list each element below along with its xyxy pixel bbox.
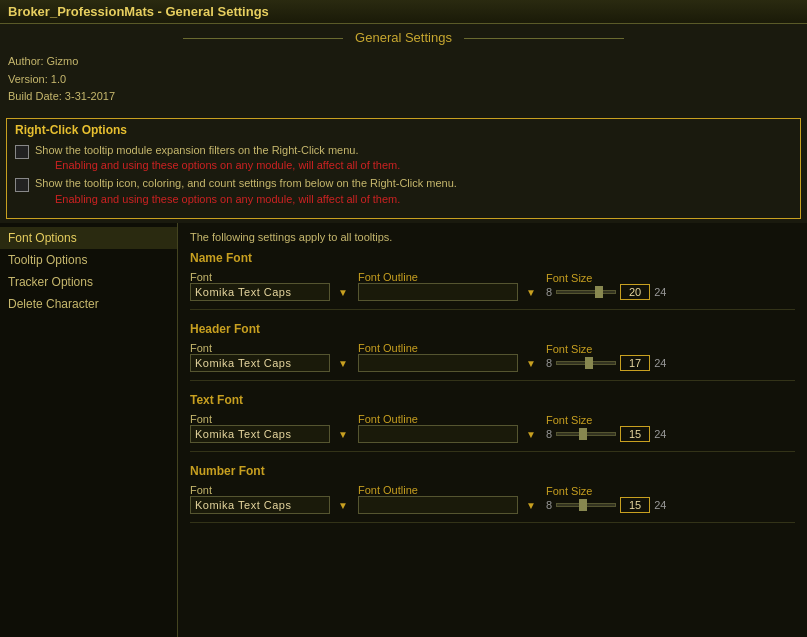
option2-warning: Enabling and using these options on any … bbox=[55, 192, 457, 206]
font-dropdown-wrapper-number-font: Komika Text Caps ▼ bbox=[190, 496, 350, 514]
size-control-header-font: 8 24 bbox=[546, 355, 666, 371]
font-label-text-font: Font bbox=[190, 413, 350, 425]
col-size-text-font: Font Size 8 24 bbox=[546, 414, 666, 442]
font-group-title-text-font: Text Font bbox=[190, 393, 795, 407]
outline-label-header-font: Font Outline bbox=[358, 342, 538, 354]
col-size-header-font: Font Size 8 24 bbox=[546, 343, 666, 371]
size-control-name-font: 8 24 bbox=[546, 284, 666, 300]
font-groups-container: Name Font Font Komika Text Caps ▼ Font O… bbox=[190, 251, 795, 523]
font-dropdown-number-font[interactable]: Komika Text Caps bbox=[190, 496, 330, 514]
outline-dropdown-arrow-name-font: ▼ bbox=[526, 287, 536, 298]
content-area[interactable]: The following settings apply to all tool… bbox=[178, 223, 807, 637]
option1-warning: Enabling and using these options on any … bbox=[55, 158, 400, 172]
size-min-name-font: 8 bbox=[546, 286, 552, 298]
col-outline-text-font: Font Outline ▼ bbox=[358, 413, 538, 443]
option2-checkbox[interactable] bbox=[15, 178, 29, 192]
main-area: Font Options Tooltip Options Tracker Opt… bbox=[0, 223, 807, 637]
font-controls-row-number-font: Font Komika Text Caps ▼ Font Outline ▼ bbox=[190, 484, 795, 514]
info-block: Author: Gizmo Version: 1.0 Build Date: 3… bbox=[0, 49, 807, 114]
size-min-text-font: 8 bbox=[546, 428, 552, 440]
content-intro: The following settings apply to all tool… bbox=[190, 231, 795, 243]
col-font-text-font: Font Komika Text Caps ▼ bbox=[190, 413, 350, 443]
size-max-header-font: 24 bbox=[654, 357, 666, 369]
font-group-header-font: Header Font Font Komika Text Caps ▼ Font… bbox=[190, 322, 795, 381]
size-label-header-font: Font Size bbox=[546, 343, 666, 355]
sidebar: Font Options Tooltip Options Tracker Opt… bbox=[0, 223, 178, 637]
size-slider-number-font[interactable] bbox=[556, 503, 616, 507]
sidebar-item-tracker-options[interactable]: Tracker Options bbox=[0, 271, 177, 293]
size-min-header-font: 8 bbox=[546, 357, 552, 369]
font-dropdown-text-font[interactable]: Komika Text Caps bbox=[190, 425, 330, 443]
outline-dropdown-text-font[interactable] bbox=[358, 425, 518, 443]
right-click-title: Right-Click Options bbox=[15, 123, 792, 137]
author-line: Author: Gizmo bbox=[8, 53, 799, 71]
size-slider-text-font[interactable] bbox=[556, 432, 616, 436]
title-bar: Broker_ProfessionMats - General Settings bbox=[0, 0, 807, 24]
col-size-number-font: Font Size 8 24 bbox=[546, 485, 666, 513]
outline-label-number-font: Font Outline bbox=[358, 484, 538, 496]
size-input-header-font[interactable] bbox=[620, 355, 650, 371]
build-date-line: Build Date: 3-31-2017 bbox=[8, 88, 799, 106]
font-dropdown-arrow-header-font: ▼ bbox=[338, 358, 348, 369]
right-click-options-section: Right-Click Options Show the tooltip mod… bbox=[6, 118, 801, 219]
size-slider-name-font[interactable] bbox=[556, 290, 616, 294]
font-dropdown-wrapper-name-font: Komika Text Caps ▼ bbox=[190, 283, 350, 301]
outline-dropdown-wrapper-header-font: ▼ bbox=[358, 354, 538, 372]
sidebar-item-font-options[interactable]: Font Options bbox=[0, 227, 177, 249]
outline-label-name-font: Font Outline bbox=[358, 271, 538, 283]
sidebar-item-tooltip-options[interactable]: Tooltip Options bbox=[0, 249, 177, 271]
size-min-number-font: 8 bbox=[546, 499, 552, 511]
size-control-number-font: 8 24 bbox=[546, 497, 666, 513]
outline-dropdown-arrow-header-font: ▼ bbox=[526, 358, 536, 369]
font-dropdown-arrow-text-font: ▼ bbox=[338, 429, 348, 440]
size-control-text-font: 8 24 bbox=[546, 426, 666, 442]
outline-dropdown-wrapper-text-font: ▼ bbox=[358, 425, 538, 443]
size-max-name-font: 24 bbox=[654, 286, 666, 298]
size-slider-header-font[interactable] bbox=[556, 361, 616, 365]
font-controls-row-header-font: Font Komika Text Caps ▼ Font Outline ▼ bbox=[190, 342, 795, 372]
font-label-header-font: Font bbox=[190, 342, 350, 354]
font-controls-row-name-font: Font Komika Text Caps ▼ Font Outline ▼ bbox=[190, 271, 795, 301]
font-group-title-name-font: Name Font bbox=[190, 251, 795, 265]
col-font-name-font: Font Komika Text Caps ▼ bbox=[190, 271, 350, 301]
size-label-name-font: Font Size bbox=[546, 272, 666, 284]
size-label-number-font: Font Size bbox=[546, 485, 666, 497]
size-max-number-font: 24 bbox=[654, 499, 666, 511]
sidebar-item-delete-character[interactable]: Delete Character bbox=[0, 293, 177, 315]
option1-label: Show the tooltip module expansion filter… bbox=[35, 143, 400, 158]
size-label-text-font: Font Size bbox=[546, 414, 666, 426]
font-group-number-font: Number Font Font Komika Text Caps ▼ Font… bbox=[190, 464, 795, 523]
outline-dropdown-arrow-text-font: ▼ bbox=[526, 429, 536, 440]
font-dropdown-header-font[interactable]: Komika Text Caps bbox=[190, 354, 330, 372]
option1-row: Show the tooltip module expansion filter… bbox=[15, 143, 792, 173]
font-label-number-font: Font bbox=[190, 484, 350, 496]
option2-row: Show the tooltip icon, coloring, and cou… bbox=[15, 176, 792, 206]
outline-dropdown-wrapper-name-font: ▼ bbox=[358, 283, 538, 301]
outline-dropdown-arrow-number-font: ▼ bbox=[526, 500, 536, 511]
font-controls-row-text-font: Font Komika Text Caps ▼ Font Outline ▼ bbox=[190, 413, 795, 443]
font-dropdown-wrapper-header-font: Komika Text Caps ▼ bbox=[190, 354, 350, 372]
col-outline-number-font: Font Outline ▼ bbox=[358, 484, 538, 514]
outline-dropdown-number-font[interactable] bbox=[358, 496, 518, 514]
option1-checkbox[interactable] bbox=[15, 145, 29, 159]
general-settings-heading: General Settings bbox=[0, 24, 807, 49]
font-group-title-number-font: Number Font bbox=[190, 464, 795, 478]
size-max-text-font: 24 bbox=[654, 428, 666, 440]
outline-dropdown-name-font[interactable] bbox=[358, 283, 518, 301]
col-font-header-font: Font Komika Text Caps ▼ bbox=[190, 342, 350, 372]
option2-label: Show the tooltip icon, coloring, and cou… bbox=[35, 176, 457, 191]
window-title: Broker_ProfessionMats - General Settings bbox=[8, 4, 269, 19]
version-line: Version: 1.0 bbox=[8, 71, 799, 89]
font-dropdown-arrow-number-font: ▼ bbox=[338, 500, 348, 511]
outline-dropdown-header-font[interactable] bbox=[358, 354, 518, 372]
font-group-title-header-font: Header Font bbox=[190, 322, 795, 336]
font-group-text-font: Text Font Font Komika Text Caps ▼ Font O… bbox=[190, 393, 795, 452]
font-dropdown-name-font[interactable]: Komika Text Caps bbox=[190, 283, 330, 301]
col-outline-header-font: Font Outline ▼ bbox=[358, 342, 538, 372]
size-input-number-font[interactable] bbox=[620, 497, 650, 513]
font-dropdown-arrow-name-font: ▼ bbox=[338, 287, 348, 298]
col-font-number-font: Font Komika Text Caps ▼ bbox=[190, 484, 350, 514]
size-input-name-font[interactable] bbox=[620, 284, 650, 300]
size-input-text-font[interactable] bbox=[620, 426, 650, 442]
col-outline-name-font: Font Outline ▼ bbox=[358, 271, 538, 301]
